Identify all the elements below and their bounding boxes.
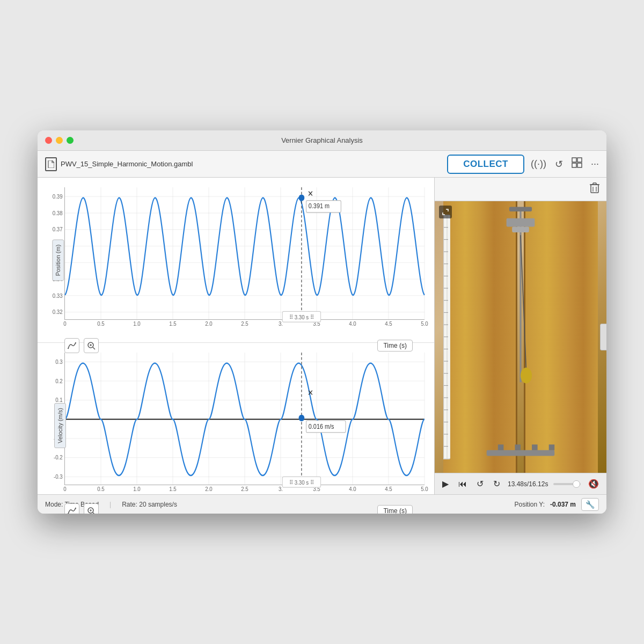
video-time: 13.48s/16.12s xyxy=(508,480,548,488)
undo-icon[interactable]: ↺ xyxy=(555,158,563,170)
ruler xyxy=(443,215,450,459)
svg-text:4.0: 4.0 xyxy=(349,321,356,327)
svg-rect-135 xyxy=(507,218,535,227)
svg-text:0.3: 0.3 xyxy=(55,358,63,365)
position-value: -0.037 m xyxy=(550,501,576,508)
traffic-lights xyxy=(45,137,74,144)
svg-rect-141 xyxy=(549,444,555,450)
toolbar-right: ((·)) ↺ ··· xyxy=(531,157,599,171)
velocity-y-axis-label: Velocity (m/s) xyxy=(54,403,66,448)
svg-point-42 xyxy=(299,195,305,201)
svg-rect-3 xyxy=(577,163,582,167)
svg-text:5.0: 5.0 xyxy=(421,321,428,327)
collect-button[interactable]: COLLECT xyxy=(447,155,524,174)
video-panel: ▶ ⏮ ↺ ↻ 13.48s/16.12s 🔇 xyxy=(435,178,606,494)
velocity-time-label: Time (s) xyxy=(377,505,413,514)
svg-text:0.016 m/s: 0.016 m/s xyxy=(309,423,334,430)
svg-rect-0 xyxy=(572,158,576,162)
svg-text:0.39: 0.39 xyxy=(53,193,63,200)
svg-text:1.0: 1.0 xyxy=(133,486,141,493)
svg-text:0.38: 0.38 xyxy=(53,210,63,216)
video-controls: ▶ ⏮ ↺ ↻ 13.48s/16.12s 🔇 xyxy=(435,473,606,494)
svg-rect-131 xyxy=(509,207,532,211)
titlebar: Vernier Graphical Analysis xyxy=(38,130,606,151)
video-progress-slider[interactable] xyxy=(553,483,581,485)
svg-point-134 xyxy=(521,368,532,384)
video-image xyxy=(435,201,606,473)
svg-text:1.0: 1.0 xyxy=(133,321,141,327)
position-y-axis-label: Position (m) xyxy=(52,239,64,281)
svg-rect-137 xyxy=(487,450,555,456)
svg-text:2.5: 2.5 xyxy=(241,321,248,327)
svg-rect-136 xyxy=(512,226,529,232)
position-label: Position Y: xyxy=(514,501,544,508)
curve-fit-button-2[interactable] xyxy=(64,503,79,514)
velocity-graph-toolbar: Time (s) xyxy=(38,501,429,514)
svg-text:✕: ✕ xyxy=(308,189,313,198)
svg-text:2.0: 2.0 xyxy=(205,486,213,493)
velocity-graph-svg: 0.3 0.2 0.1 0 -0.1 -0.2 -0.3 0 0.5 1.0 1… xyxy=(65,353,425,485)
position-graph-area[interactable]: 0.39 0.38 0.37 0.36 0.35 0.34 0.33 0.32 … xyxy=(64,187,425,320)
svg-rect-1 xyxy=(577,158,582,162)
more-icon[interactable]: ··· xyxy=(591,158,599,170)
minimize-button[interactable] xyxy=(56,137,63,144)
svg-point-91 xyxy=(299,415,305,421)
svg-text:4.5: 4.5 xyxy=(385,321,392,327)
file-name-area: PWV_15_Simple_Harmonic_Motion.gambl xyxy=(45,157,441,171)
velocity-graph-container: Velocity (m/s) xyxy=(38,343,434,508)
svg-text:-0.2: -0.2 xyxy=(54,455,63,461)
window-title: Vernier Graphical Analysis xyxy=(281,136,363,144)
file-icon xyxy=(45,157,57,171)
svg-text:-0.3: -0.3 xyxy=(54,474,63,480)
svg-text:1.5: 1.5 xyxy=(169,486,177,493)
loop-button[interactable]: ↺ xyxy=(474,478,486,490)
video-header xyxy=(435,178,606,201)
status-right: Position Y: -0.037 m 🔧 xyxy=(514,498,599,511)
zoom-button-2[interactable] xyxy=(84,503,99,514)
maximize-button[interactable] xyxy=(67,137,74,144)
svg-rect-2 xyxy=(572,163,576,167)
svg-line-100 xyxy=(93,513,95,514)
wrench-button[interactable]: 🔧 xyxy=(581,498,599,511)
svg-text:0.2: 0.2 xyxy=(55,378,63,384)
close-button[interactable] xyxy=(45,137,52,144)
expand-video-button[interactable] xyxy=(439,206,452,218)
skip-to-start-button[interactable]: ⏮ xyxy=(456,478,469,490)
svg-text:0.1: 0.1 xyxy=(55,397,63,404)
file-name-text: PWV_15_Simple_Harmonic_Motion.gambl xyxy=(61,160,193,168)
svg-text:0.391 m: 0.391 m xyxy=(309,203,330,210)
svg-text:0: 0 xyxy=(63,486,67,493)
svg-text:⠿ 3.30 s ⠿: ⠿ 3.30 s ⠿ xyxy=(289,314,313,321)
pendulum-svg xyxy=(460,201,581,473)
play-button[interactable]: ▶ xyxy=(440,478,451,490)
svg-text:3.: 3. xyxy=(279,321,283,327)
svg-text:⠿ 3.30 s ⠿: ⠿ 3.30 s ⠿ xyxy=(289,480,313,486)
svg-text:2.5: 2.5 xyxy=(241,486,248,493)
svg-text:✕: ✕ xyxy=(308,388,313,397)
svg-text:0: 0 xyxy=(63,321,67,327)
main-content: Position (m) xyxy=(38,178,606,494)
video-slider-thumb[interactable] xyxy=(573,480,580,488)
toolbar: PWV_15_Simple_Harmonic_Motion.gambl COLL… xyxy=(38,151,606,178)
svg-rect-103 xyxy=(591,185,598,193)
svg-text:4.0: 4.0 xyxy=(349,486,356,493)
svg-text:0.37: 0.37 xyxy=(53,226,63,233)
mute-button[interactable]: 🔇 xyxy=(586,478,601,490)
velocity-graph-area[interactable]: 0.3 0.2 0.1 0 -0.1 -0.2 -0.3 0 0.5 1.0 1… xyxy=(64,353,425,485)
svg-text:2.0: 2.0 xyxy=(205,321,213,327)
video-scrubber[interactable] xyxy=(600,324,606,350)
delete-video-button[interactable] xyxy=(589,182,600,196)
svg-text:1.5: 1.5 xyxy=(169,321,177,327)
svg-rect-138 xyxy=(498,444,504,450)
loop-forward-button[interactable]: ↻ xyxy=(491,478,502,490)
layout-icon[interactable] xyxy=(572,157,582,171)
wireless-icon[interactable]: ((·)) xyxy=(531,158,546,170)
svg-text:4.5: 4.5 xyxy=(385,486,392,493)
svg-text:3.: 3. xyxy=(279,486,283,493)
svg-rect-139 xyxy=(515,444,521,450)
svg-text:0.5: 0.5 xyxy=(97,321,105,327)
app-window: Vernier Graphical Analysis PWV_15_Simple… xyxy=(38,130,606,514)
position-graph-container: Position (m) xyxy=(38,178,434,343)
svg-text:0.33: 0.33 xyxy=(53,292,63,299)
graphs-panel: Position (m) xyxy=(38,178,435,494)
